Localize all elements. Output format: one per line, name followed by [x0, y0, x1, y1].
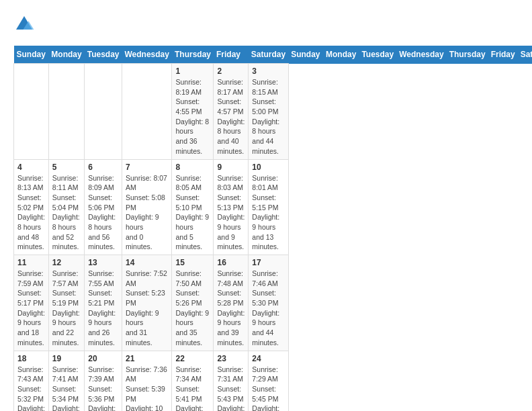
day-number: 5	[52, 163, 81, 172]
day-info: Sunrise: 8:07 AM Sunset: 5:08 PM Dayligh…	[126, 173, 168, 253]
calendar-cell: 2Sunrise: 8:17 AM Sunset: 4:57 PM Daylig…	[214, 64, 249, 160]
day-info: Sunrise: 7:31 AM Sunset: 5:43 PM Dayligh…	[217, 365, 245, 412]
logo	[13, 13, 38, 35]
day-number: 13	[88, 258, 118, 267]
calendar-cell: 17Sunrise: 7:46 AM Sunset: 5:30 PM Dayli…	[249, 255, 288, 351]
calendar-cell: 23Sunrise: 7:31 AM Sunset: 5:43 PM Dayli…	[214, 351, 249, 411]
day-info: Sunrise: 8:15 AM Sunset: 5:00 PM Dayligh…	[252, 77, 284, 156]
calendar-week-row: 18Sunrise: 7:43 AM Sunset: 5:32 PM Dayli…	[14, 351, 533, 411]
day-number: 24	[252, 354, 284, 363]
day-of-week-header: Tuesday	[359, 46, 396, 64]
day-info: Sunrise: 8:09 AM Sunset: 5:06 PM Dayligh…	[88, 173, 118, 253]
day-number: 23	[217, 354, 245, 363]
calendar-cell: 15Sunrise: 7:50 AM Sunset: 5:26 PM Dayli…	[172, 255, 214, 351]
day-info: Sunrise: 7:48 AM Sunset: 5:28 PM Dayligh…	[217, 269, 245, 348]
calendar-cell: 5Sunrise: 8:11 AM Sunset: 5:04 PM Daylig…	[48, 159, 84, 255]
calendar-cell: 8Sunrise: 8:05 AM Sunset: 5:10 PM Daylig…	[172, 159, 214, 255]
day-info: Sunrise: 7:52 AM Sunset: 5:23 PM Dayligh…	[126, 269, 168, 348]
calendar-cell: 20Sunrise: 7:39 AM Sunset: 5:36 PM Dayli…	[85, 351, 122, 411]
day-header-monday: Monday	[48, 46, 84, 64]
day-info: Sunrise: 8:03 AM Sunset: 5:13 PM Dayligh…	[217, 173, 245, 253]
day-info: Sunrise: 7:29 AM Sunset: 5:45 PM Dayligh…	[252, 365, 284, 412]
calendar-week-row: 4Sunrise: 8:13 AM Sunset: 5:02 PM Daylig…	[14, 159, 533, 255]
calendar-cell: 22Sunrise: 7:34 AM Sunset: 5:41 PM Dayli…	[172, 351, 214, 411]
day-info: Sunrise: 7:41 AM Sunset: 5:34 PM Dayligh…	[52, 365, 81, 412]
day-of-week-header: Sunday	[288, 46, 323, 64]
day-header-thursday: Thursday	[172, 46, 214, 64]
day-info: Sunrise: 7:34 AM Sunset: 5:41 PM Dayligh…	[175, 365, 210, 412]
day-number: 4	[17, 163, 45, 172]
day-number: 15	[175, 258, 210, 267]
calendar-header-row: SundayMondayTuesdayWednesdayThursdayFrid…	[14, 46, 533, 64]
calendar-cell: 6Sunrise: 8:09 AM Sunset: 5:06 PM Daylig…	[85, 159, 122, 255]
day-header-tuesday: Tuesday	[85, 46, 122, 64]
day-info: Sunrise: 8:05 AM Sunset: 5:10 PM Dayligh…	[175, 173, 210, 253]
day-number: 12	[52, 258, 81, 267]
day-info: Sunrise: 8:11 AM Sunset: 5:04 PM Dayligh…	[52, 173, 81, 253]
calendar-cell: 1Sunrise: 8:19 AM Sunset: 4:55 PM Daylig…	[172, 64, 214, 160]
day-number: 21	[126, 354, 168, 363]
day-info: Sunrise: 7:59 AM Sunset: 5:17 PM Dayligh…	[17, 269, 45, 348]
day-number: 6	[88, 163, 118, 172]
page-header	[13, 13, 519, 35]
day-number: 19	[52, 354, 81, 363]
day-info: Sunrise: 8:19 AM Sunset: 4:55 PM Dayligh…	[175, 77, 210, 156]
day-info: Sunrise: 7:55 AM Sunset: 5:21 PM Dayligh…	[88, 269, 118, 348]
calendar-cell: 13Sunrise: 7:55 AM Sunset: 5:21 PM Dayli…	[85, 255, 122, 351]
day-info: Sunrise: 7:36 AM Sunset: 5:39 PM Dayligh…	[126, 365, 168, 412]
calendar-cell: 3Sunrise: 8:15 AM Sunset: 5:00 PM Daylig…	[249, 64, 288, 160]
calendar-cell: 18Sunrise: 7:43 AM Sunset: 5:32 PM Dayli…	[14, 351, 49, 411]
calendar-cell: 12Sunrise: 7:57 AM Sunset: 5:19 PM Dayli…	[48, 255, 84, 351]
day-number: 18	[17, 354, 45, 363]
calendar-cell: 9Sunrise: 8:03 AM Sunset: 5:13 PM Daylig…	[214, 159, 249, 255]
day-number: 1	[175, 66, 210, 76]
day-info: Sunrise: 7:43 AM Sunset: 5:32 PM Dayligh…	[17, 365, 45, 412]
calendar-cell	[14, 64, 49, 160]
day-of-week-header: Saturday	[518, 46, 532, 64]
day-info: Sunrise: 7:50 AM Sunset: 5:26 PM Dayligh…	[175, 269, 210, 348]
day-info: Sunrise: 7:46 AM Sunset: 5:30 PM Dayligh…	[252, 269, 284, 348]
calendar-cell: 24Sunrise: 7:29 AM Sunset: 5:45 PM Dayli…	[249, 351, 288, 411]
calendar-cell: 10Sunrise: 8:01 AM Sunset: 5:15 PM Dayli…	[249, 159, 288, 255]
calendar-cell	[48, 64, 84, 160]
day-of-week-header: Wednesday	[396, 46, 446, 64]
day-number: 16	[217, 258, 245, 267]
day-of-week-header: Thursday	[447, 46, 488, 64]
day-number: 22	[175, 354, 210, 363]
day-info: Sunrise: 8:13 AM Sunset: 5:02 PM Dayligh…	[17, 173, 45, 253]
day-header-sunday: Sunday	[14, 46, 49, 64]
day-header-wednesday: Wednesday	[122, 46, 172, 64]
day-number: 14	[126, 258, 168, 267]
calendar-cell	[85, 64, 122, 160]
day-header-saturday: Saturday	[249, 46, 288, 64]
calendar-cell	[122, 64, 172, 160]
day-number: 11	[17, 258, 45, 267]
day-info: Sunrise: 7:57 AM Sunset: 5:19 PM Dayligh…	[52, 269, 81, 348]
calendar-week-row: 1Sunrise: 8:19 AM Sunset: 4:55 PM Daylig…	[14, 64, 533, 160]
day-info: Sunrise: 7:39 AM Sunset: 5:36 PM Dayligh…	[88, 365, 118, 412]
day-of-week-header: Monday	[323, 46, 359, 64]
calendar-cell: 21Sunrise: 7:36 AM Sunset: 5:39 PM Dayli…	[122, 351, 172, 411]
calendar-cell: 16Sunrise: 7:48 AM Sunset: 5:28 PM Dayli…	[214, 255, 249, 351]
day-number: 2	[217, 66, 245, 76]
logo-icon	[13, 13, 35, 35]
calendar-cell: 7Sunrise: 8:07 AM Sunset: 5:08 PM Daylig…	[122, 159, 172, 255]
day-of-week-header: Friday	[488, 46, 518, 64]
calendar-cell: 11Sunrise: 7:59 AM Sunset: 5:17 PM Dayli…	[14, 255, 49, 351]
calendar-cell: 19Sunrise: 7:41 AM Sunset: 5:34 PM Dayli…	[48, 351, 84, 411]
day-info: Sunrise: 8:01 AM Sunset: 5:15 PM Dayligh…	[252, 173, 284, 253]
day-number: 10	[252, 163, 284, 172]
day-number: 17	[252, 258, 284, 267]
calendar-cell: 4Sunrise: 8:13 AM Sunset: 5:02 PM Daylig…	[14, 159, 49, 255]
day-header-friday: Friday	[214, 46, 249, 64]
day-number: 20	[88, 354, 118, 363]
day-number: 3	[252, 66, 284, 76]
day-number: 7	[126, 163, 168, 172]
day-number: 8	[175, 163, 210, 172]
calendar-cell: 14Sunrise: 7:52 AM Sunset: 5:23 PM Dayli…	[122, 255, 172, 351]
day-number: 9	[217, 163, 245, 172]
day-info: Sunrise: 8:17 AM Sunset: 4:57 PM Dayligh…	[217, 77, 245, 156]
calendar-week-row: 11Sunrise: 7:59 AM Sunset: 5:17 PM Dayli…	[14, 255, 533, 351]
calendar-table: SundayMondayTuesdayWednesdayThursdayFrid…	[13, 46, 532, 411]
